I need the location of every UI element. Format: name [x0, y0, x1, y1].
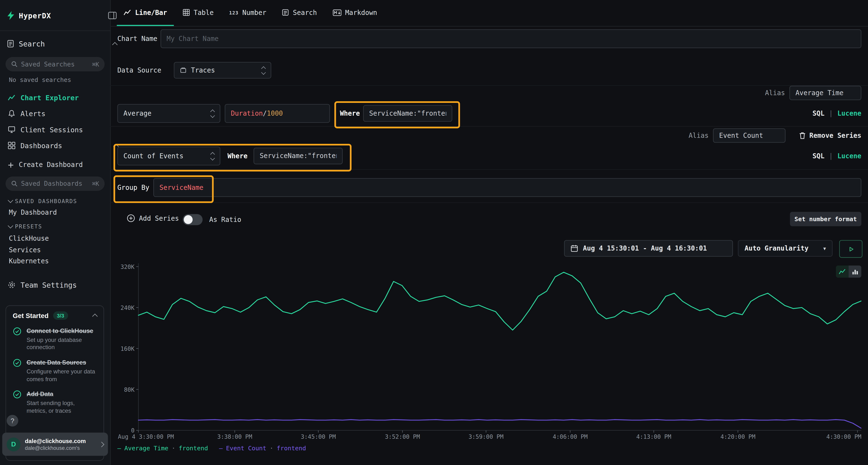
search-icon: [11, 180, 18, 187]
as-ratio-toggle[interactable]: [183, 214, 203, 225]
chevron-right-icon: [99, 441, 104, 447]
series2-aggregation-select[interactable]: Count of Events: [117, 146, 220, 165]
user-email: dale@clickhouse.com: [25, 437, 86, 444]
document-icon: [7, 40, 14, 47]
get-started-item[interactable]: Connect to ClickHouse Set up your databa…: [13, 327, 97, 351]
sidebar-item-client-sessions[interactable]: Client Sessions: [0, 123, 126, 136]
chevron-up-icon[interactable]: [92, 314, 98, 319]
series2-where-label: Where: [227, 146, 248, 165]
bell-icon: [8, 110, 16, 117]
no-saved-searches-text: No saved searches: [0, 76, 128, 84]
monitor-icon: [8, 126, 16, 133]
check-circle-icon: [13, 359, 22, 367]
chevron-down-icon: [8, 223, 13, 228]
alias-row-1: Alias: [765, 86, 862, 100]
chevron-down-icon: [8, 197, 13, 203]
data-source-select[interactable]: Traces: [174, 62, 271, 78]
sidebar: HyperDX Search Saved Searches ⌘K No save…: [0, 0, 111, 465]
create-dashboard-button[interactable]: Create Dashboard: [0, 159, 126, 171]
get-started-item-desc: Configure where your data comes from: [27, 368, 96, 383]
sidebar-item-dashboards[interactable]: Dashboards: [0, 139, 126, 152]
legend-item-event-count[interactable]: — Event Count · frontend: [219, 445, 306, 452]
series1-aggregation-select[interactable]: Average: [117, 104, 220, 123]
app-title: HyperDX: [19, 11, 51, 20]
tab-table[interactable]: Table: [176, 0, 220, 26]
saved-searches-input[interactable]: Saved Searches ⌘K: [5, 57, 105, 71]
sidebar-section-search[interactable]: Search: [0, 38, 123, 50]
user-account-chip[interactable]: D dale@clickhouse.com dale@clickhouse.co…: [2, 432, 108, 456]
get-started-item-title: Connect to ClickHouse: [27, 327, 96, 335]
saved-dashboards-input[interactable]: Saved Dashboards ⌘K: [5, 176, 105, 191]
get-started-progress-badge: 3/3: [53, 311, 68, 320]
as-ratio-label: As Ratio: [209, 214, 241, 225]
sidebar-item-services[interactable]: Services: [0, 244, 128, 256]
series1-alias-input[interactable]: [789, 86, 861, 100]
x-axis-tick: 4:20:00 PM: [720, 433, 755, 440]
get-started-item-desc: Start sending logs, metrics, or traces: [27, 399, 96, 414]
sidebar-item-team-settings[interactable]: Team Settings: [0, 279, 126, 291]
get-started-item[interactable]: Add Data Start sending logs, metrics, or…: [13, 390, 97, 414]
plus-icon: [8, 162, 14, 168]
x-axis-tick: Aug 4 3:30:00 PM: [118, 433, 174, 440]
series1-language-toggle[interactable]: SQL|Lucene: [812, 104, 862, 123]
series2-language-toggle[interactable]: SQL|Lucene: [812, 146, 862, 165]
table-icon: [183, 9, 190, 16]
select-chevrons-icon: [211, 153, 214, 160]
user-org: dale@clickhouse.com's: [25, 444, 86, 451]
trash-icon: [799, 132, 806, 139]
tab-line-bar[interactable]: Line/Bar: [117, 0, 174, 26]
line-chart-icon: [8, 94, 16, 101]
number-123-icon: 123: [229, 10, 239, 15]
chart-name-input[interactable]: [161, 29, 862, 48]
tab-markdown[interactable]: Markdown: [326, 0, 384, 26]
x-axis-tick: 3:52:00 PM: [385, 433, 420, 440]
add-series-button[interactable]: Add Series: [127, 214, 179, 222]
date-range-picker[interactable]: Aug 4 15:30:01 - Aug 4 16:30:01: [564, 240, 733, 257]
presets-header[interactable]: PRESETS: [0, 222, 126, 231]
set-number-format-button[interactable]: Set number format: [790, 212, 861, 226]
circle-plus-icon: [127, 214, 135, 222]
x-axis-tick: 3:45:00 PM: [301, 433, 336, 440]
saved-searches-shortcut: ⌘K: [92, 61, 99, 68]
run-query-button[interactable]: [839, 240, 863, 258]
x-axis-tick: 4:13:00 PM: [636, 433, 671, 440]
alias-row-2: Alias Remove Series: [689, 128, 861, 143]
get-started-item-title: Create Data Sources: [27, 359, 96, 367]
get-started-item[interactable]: Create Data Sources Configure where your…: [13, 359, 97, 383]
toggle-knob: [184, 215, 193, 224]
alias-label: Alias: [689, 132, 709, 139]
hyperdx-logo-icon: [7, 11, 15, 20]
chart-explorer-main: Line/Bar Table 123 Number Search Markdow…: [110, 0, 868, 465]
datasource-icon: [180, 67, 187, 74]
help-button[interactable]: ?: [7, 415, 18, 427]
saved-dashboards-header[interactable]: SAVED DASHBOARDS: [0, 196, 126, 205]
remove-series-button[interactable]: Remove Series: [799, 132, 861, 139]
granularity-select[interactable]: Auto Granularity ▼: [738, 240, 833, 257]
sidebar-item-chart-explorer[interactable]: Chart Explorer: [0, 91, 126, 104]
x-axis-tick: 4:30:00 PM: [826, 433, 861, 440]
play-icon: [847, 245, 855, 253]
check-circle-icon: [13, 327, 22, 336]
series1-field-input[interactable]: Duration/1000: [225, 104, 330, 123]
search-icon: [11, 61, 18, 68]
hyperdx-app: HyperDX Search Saved Searches ⌘K No save…: [0, 0, 868, 465]
tab-search[interactable]: Search: [275, 0, 323, 26]
sidebar-item-alerts[interactable]: Alerts: [0, 107, 126, 120]
series2-where-input[interactable]: [254, 148, 343, 164]
get-started-item-desc: Set up your database connection: [27, 336, 96, 352]
legend-item-average-time[interactable]: — Average Time · frontend: [117, 445, 208, 452]
app-logo-row: HyperDX: [0, 9, 123, 22]
sidebar-item-kubernetes[interactable]: Kubernetes: [0, 256, 128, 267]
alias-label: Alias: [765, 89, 785, 97]
tab-number[interactable]: 123 Number: [222, 0, 273, 26]
series2-alias-input[interactable]: [713, 128, 785, 143]
sidebar-divider: [0, 30, 110, 31]
group-by-input[interactable]: ServiceName: [153, 178, 861, 197]
calendar-icon: [571, 244, 578, 252]
series1-where-input[interactable]: [363, 105, 452, 122]
user-avatar: D: [7, 437, 21, 451]
timeseries-chart[interactable]: [117, 260, 862, 442]
sidebar-item-my-dashboard[interactable]: My Dashboard: [0, 207, 128, 218]
sidebar-item-clickhouse[interactable]: ClickHouse: [0, 233, 128, 244]
line-chart-icon: [123, 9, 131, 16]
